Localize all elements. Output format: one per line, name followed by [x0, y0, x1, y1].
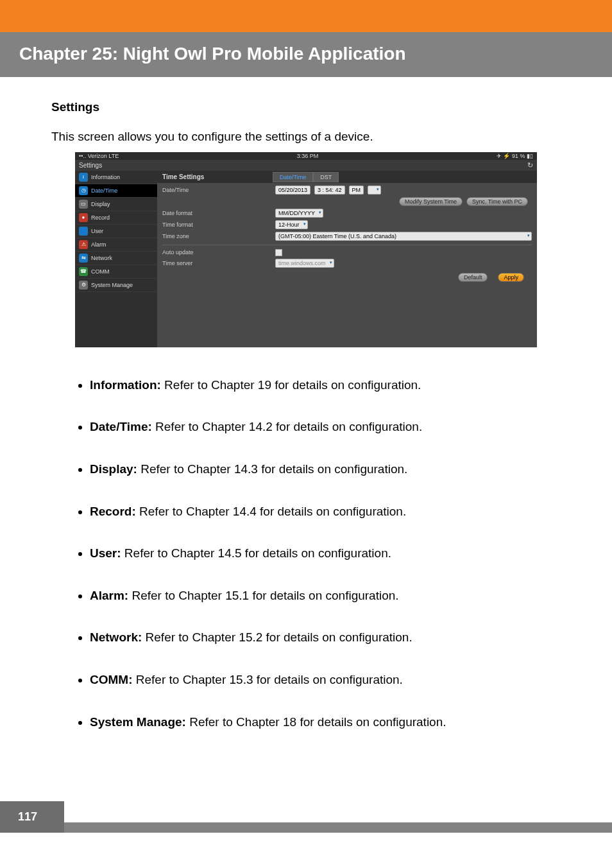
status-carrier: ••.. Verizon LTE — [79, 153, 119, 159]
list-item-text: Refer to Chapter 14.5 for details on con… — [121, 546, 391, 560]
list-item-label: User: — [90, 546, 121, 560]
time-format-select[interactable]: 12-Hour — [275, 220, 308, 229]
settings-sidebar: iInformation◷Date/Time▭Display●Record👤Us… — [75, 171, 157, 347]
list-item: Alarm: Refer to Chapter 15.1 for details… — [90, 587, 561, 604]
time-field[interactable]: 3 : 54: 42 — [314, 186, 345, 195]
list-item-label: Network: — [90, 630, 142, 644]
sidebar-item-label: User — [91, 228, 103, 234]
panel-title-text: Time Settings — [162, 173, 204, 180]
sidebar-item-information[interactable]: iInformation — [75, 171, 157, 184]
header-gray-bar: Chapter 25: Night Owl Pro Mobile Applica… — [0, 32, 612, 77]
list-item: Record: Refer to Chapter 14.4 for detail… — [90, 503, 561, 520]
list-item-text: Refer to Chapter 14.4 for details on con… — [136, 505, 406, 518]
list-item-text: Refer to Chapter 15.1 for details on con… — [128, 589, 398, 602]
list-item-text: Refer to Chapter 19 for details on confi… — [161, 378, 421, 392]
list-item: Network: Refer to Chapter 15.2 for detai… — [90, 629, 561, 646]
ampm-field: PM — [349, 186, 364, 195]
refresh-icon[interactable]: ↻ — [527, 161, 533, 169]
auto-update-label: Auto update — [162, 249, 271, 256]
date-format-label: Date format — [162, 210, 271, 216]
settings-title: Settings — [79, 162, 102, 169]
screenshot-container: ••.. Verizon LTE 3:36 PM ✈ ⚡ 91 % ▮▯ Set… — [51, 152, 561, 347]
page-content: Settings This screen allows you to confi… — [0, 77, 612, 794]
sidebar-icon: ▭ — [79, 200, 88, 209]
list-item: Information: Refer to Chapter 19 for det… — [90, 377, 561, 394]
list-item-text: Refer to Chapter 18 for details on confi… — [186, 715, 446, 729]
list-item-label: Display: — [90, 462, 137, 476]
settings-main-panel: Time Settings Date/Time DST Date/Time 05… — [157, 171, 537, 347]
default-button[interactable]: Default — [458, 273, 488, 282]
tabs: Date/Time DST — [273, 172, 537, 182]
sidebar-item-label: Information — [91, 174, 120, 180]
bullet-list: Information: Refer to Chapter 19 for det… — [51, 377, 561, 731]
list-item: System Manage: Refer to Chapter 18 for d… — [90, 714, 561, 731]
tab-dst[interactable]: DST — [313, 172, 339, 182]
sidebar-icon: ☎ — [79, 267, 88, 276]
datetime-label: Date/Time — [162, 187, 271, 193]
page-number: 117 — [0, 801, 64, 833]
ampm-select[interactable] — [368, 186, 381, 195]
time-zone-label: Time zone — [162, 233, 271, 239]
sidebar-item-label: System Manage — [91, 282, 133, 288]
list-item-text: Refer to Chapter 15.3 for details on con… — [132, 673, 402, 686]
phone-screenshot: ••.. Verizon LTE 3:36 PM ✈ ⚡ 91 % ▮▯ Set… — [75, 152, 537, 347]
list-item-label: System Manage: — [90, 715, 186, 729]
sidebar-item-comm[interactable]: ☎COMM — [75, 265, 157, 279]
sidebar-icon: ⇆ — [79, 254, 88, 263]
sidebar-item-label: Date/Time — [91, 187, 117, 194]
auto-update-checkbox[interactable] — [275, 249, 282, 256]
list-item: COMM: Refer to Chapter 15.3 for details … — [90, 672, 561, 688]
page-footer: 117 — [0, 822, 612, 833]
list-item-text: Refer to Chapter 14.2 for details on con… — [152, 420, 422, 433]
sidebar-item-label: Alarm — [91, 241, 106, 248]
sidebar-item-network[interactable]: ⇆Network — [75, 252, 157, 265]
chapter-title: Chapter 25: Night Owl Pro Mobile Applica… — [19, 44, 593, 64]
sidebar-icon: i — [79, 173, 88, 182]
time-server-label: Time server — [162, 260, 271, 266]
list-item-label: Record: — [90, 505, 136, 518]
sidebar-item-alarm[interactable]: ⚠Alarm — [75, 238, 157, 252]
sidebar-icon: 👤 — [79, 227, 88, 236]
list-item: User: Refer to Chapter 14.5 for details … — [90, 545, 561, 562]
sidebar-item-date-time[interactable]: ◷Date/Time — [75, 184, 157, 198]
list-item-label: COMM: — [90, 673, 132, 686]
sidebar-item-system-manage[interactable]: ⚙System Manage — [75, 279, 157, 292]
sidebar-item-label: COMM — [91, 268, 110, 275]
time-zone-select[interactable]: (GMT-05:00) Eastern Time (U.S. and Canad… — [275, 232, 532, 241]
intro-text: This screen allows you to configure the … — [51, 128, 561, 146]
sidebar-icon: ⚙ — [79, 281, 88, 290]
list-item-label: Information: — [90, 378, 161, 392]
date-field[interactable]: 05/20/2013 — [275, 186, 310, 195]
divider — [162, 245, 532, 245]
time-format-label: Time format — [162, 221, 271, 228]
date-format-select[interactable]: MM/DD/YYYY — [275, 209, 323, 218]
section-heading: Settings — [51, 100, 561, 114]
sidebar-icon: ⚠ — [79, 240, 88, 249]
panel-spacer — [162, 291, 532, 342]
sidebar-icon: ◷ — [79, 186, 88, 195]
list-item-label: Date/Time: — [90, 420, 152, 433]
list-item-text: Refer to Chapter 14.3 for details on con… — [137, 462, 407, 476]
status-bar: ••.. Verizon LTE 3:36 PM ✈ ⚡ 91 % ▮▯ — [75, 152, 537, 160]
list-item-text: Refer to Chapter 15.2 for details on con… — [142, 630, 412, 644]
sidebar-item-record[interactable]: ●Record — [75, 211, 157, 225]
sidebar-item-label: Display — [91, 201, 110, 207]
apply-button[interactable]: Apply — [498, 273, 524, 282]
list-item-label: Alarm: — [90, 589, 128, 602]
modify-system-time-button[interactable]: Modify System Time — [399, 197, 463, 206]
status-battery: ✈ ⚡ 91 % ▮▯ — [497, 153, 533, 159]
tab-datetime[interactable]: Date/Time — [273, 172, 313, 182]
list-item: Display: Refer to Chapter 14.3 for detai… — [90, 461, 561, 478]
sidebar-icon: ● — [79, 213, 88, 222]
sidebar-item-label: Network — [91, 255, 112, 261]
sidebar-item-display[interactable]: ▭Display — [75, 198, 157, 211]
sidebar-item-label: Record — [91, 214, 110, 221]
settings-title-bar: Settings ↻ — [75, 160, 537, 171]
phone-body: iInformation◷Date/Time▭Display●Record👤Us… — [75, 171, 537, 347]
sync-time-pc-button[interactable]: Sync. Time with PC — [466, 197, 528, 206]
sidebar-item-user[interactable]: 👤User — [75, 225, 157, 238]
form-rows: Date/Time 05/20/2013 3 : 54: 42 PM Modif… — [157, 182, 537, 347]
time-server-select[interactable]: time.windows.com — [275, 259, 334, 268]
status-time: 3:36 PM — [297, 153, 319, 159]
header-orange-bar — [0, 0, 612, 32]
